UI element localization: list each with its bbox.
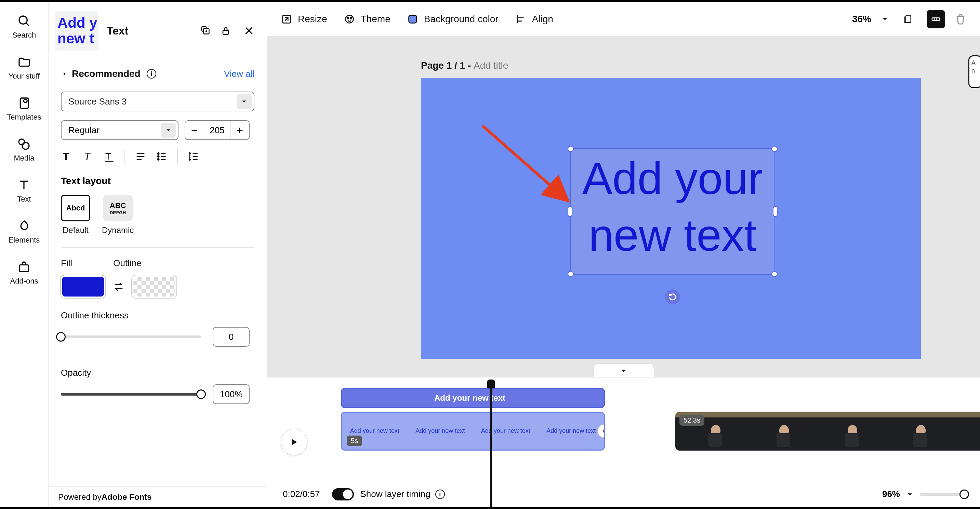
underline-icon[interactable]: T bbox=[103, 151, 115, 162]
right-panel-peek[interactable]: An bbox=[968, 55, 980, 88]
svg-point-0 bbox=[19, 16, 27, 24]
page-indicator[interactable]: Page 1 / 1 - Add title bbox=[421, 60, 508, 71]
svg-text:T: T bbox=[63, 151, 69, 162]
font-size-stepper[interactable]: − + bbox=[185, 120, 250, 140]
duplicate-icon[interactable] bbox=[200, 25, 211, 36]
annotation-arrow bbox=[479, 122, 582, 211]
outline-thickness-value[interactable]: 0 bbox=[213, 327, 250, 347]
svg-line-36 bbox=[482, 126, 568, 201]
selected-thumb: Add y new t bbox=[55, 11, 99, 51]
align-tb-icon bbox=[515, 13, 527, 25]
timeline: Add your new text Add your new text Add … bbox=[267, 377, 980, 507]
theme-button[interactable]: Theme bbox=[344, 13, 390, 25]
resize-handle[interactable] bbox=[568, 271, 574, 277]
pages-button[interactable] bbox=[899, 10, 917, 29]
svg-point-15 bbox=[158, 153, 159, 154]
close-icon[interactable] bbox=[243, 25, 255, 36]
search-icon bbox=[18, 14, 31, 28]
nav-elements[interactable]: Elements bbox=[8, 219, 40, 244]
chevron-down-icon bbox=[241, 98, 248, 105]
collapse-timeline-tab[interactable] bbox=[593, 363, 654, 377]
panel-footer: Powered by Adobe Fonts bbox=[49, 487, 267, 507]
nav-label: Search bbox=[12, 31, 36, 40]
play-button[interactable] bbox=[281, 429, 307, 455]
layer-timing-label: Show layer timing bbox=[360, 489, 430, 499]
font-family-select[interactable]: Source Sans 3 bbox=[61, 92, 255, 111]
bold-icon[interactable]: T bbox=[61, 151, 73, 162]
chevron-down-icon bbox=[619, 366, 628, 376]
canvas-area[interactable]: Page 1 / 1 - Add title Add your new text bbox=[267, 36, 980, 377]
nav-search[interactable]: Search bbox=[12, 14, 36, 40]
font-size-input[interactable] bbox=[204, 121, 231, 140]
layout-dynamic[interactable]: ABCDEFGH Dynamic bbox=[102, 195, 134, 235]
reset-button[interactable] bbox=[665, 289, 680, 304]
nav-your-stuff[interactable]: Your stuff bbox=[8, 55, 40, 81]
recommended-toggle[interactable]: Recommended i bbox=[61, 68, 156, 79]
timeline-zoom-slider[interactable] bbox=[920, 493, 964, 496]
playhead[interactable] bbox=[490, 382, 492, 509]
theme-icon bbox=[344, 13, 355, 25]
trash-icon[interactable] bbox=[955, 13, 966, 25]
opacity-value[interactable]: 100% bbox=[213, 384, 250, 404]
video-duration-badge: 52.3s bbox=[679, 415, 705, 426]
outline-swatch[interactable] bbox=[132, 275, 177, 298]
svg-text:T: T bbox=[105, 151, 111, 162]
nav-label: Your stuff bbox=[8, 72, 40, 81]
resize-handle[interactable] bbox=[772, 271, 778, 277]
layer-timing-toggle[interactable] bbox=[332, 488, 354, 501]
resize-button[interactable]: Resize bbox=[281, 13, 327, 25]
text-layout-heading: Text layout bbox=[61, 176, 255, 187]
folder-icon bbox=[18, 55, 31, 69]
nav-addons[interactable]: Add-ons bbox=[10, 260, 38, 285]
swap-icon[interactable] bbox=[113, 281, 124, 292]
nav-templates[interactable]: Templates bbox=[7, 96, 41, 122]
info-icon[interactable]: i bbox=[435, 490, 445, 499]
text-panel: Add y new t Text Recommended i View all bbox=[49, 2, 267, 507]
nav-media[interactable]: Media bbox=[14, 137, 35, 163]
resize-handle[interactable] bbox=[568, 206, 573, 217]
increase-button[interactable]: + bbox=[231, 121, 249, 140]
align-icon[interactable] bbox=[135, 151, 146, 162]
nav-label: Add-ons bbox=[10, 277, 38, 285]
text-element[interactable]: Add your new text bbox=[571, 149, 775, 274]
text-layer-track[interactable]: Add your new text bbox=[341, 388, 605, 408]
decrease-button[interactable]: − bbox=[185, 121, 204, 140]
outline-thickness-slider[interactable] bbox=[61, 335, 201, 338]
chevron-right-icon bbox=[61, 70, 68, 78]
timeline-zoom-value[interactable]: 96% bbox=[882, 489, 900, 499]
svg-rect-33 bbox=[932, 18, 940, 21]
text-icon bbox=[17, 178, 31, 192]
resize-handle[interactable] bbox=[773, 206, 778, 217]
lock-icon[interactable] bbox=[220, 25, 231, 36]
bgcolor-button[interactable]: Background color bbox=[407, 13, 498, 25]
align-button[interactable]: Align bbox=[515, 13, 553, 25]
transition-button[interactable] bbox=[597, 424, 605, 438]
resize-handle[interactable] bbox=[568, 146, 574, 152]
canvas[interactable]: Add your new text bbox=[421, 78, 921, 359]
list-icon[interactable] bbox=[156, 151, 167, 162]
svg-point-16 bbox=[158, 156, 159, 157]
panel-title: Text bbox=[107, 25, 128, 37]
scene-track[interactable]: Add your new text Add your new text Add … bbox=[341, 412, 605, 450]
italic-icon[interactable]: T bbox=[82, 151, 94, 162]
view-all-link[interactable]: View all bbox=[224, 69, 255, 79]
nav-text[interactable]: Text bbox=[17, 178, 31, 204]
layout-default[interactable]: Abcd Default bbox=[61, 195, 90, 235]
svg-rect-5 bbox=[19, 265, 29, 271]
svg-point-4 bbox=[22, 143, 29, 149]
outline-thickness-label: Outline thickness bbox=[61, 310, 255, 321]
media-icon bbox=[17, 137, 31, 151]
opacity-label: Opacity bbox=[61, 368, 255, 378]
info-icon[interactable]: i bbox=[147, 69, 156, 79]
font-style-select[interactable]: Regular bbox=[61, 120, 178, 140]
opacity-slider[interactable] bbox=[61, 393, 201, 396]
fill-swatch[interactable] bbox=[61, 275, 105, 298]
video-track[interactable]: 52.3s bbox=[675, 412, 980, 450]
resize-handle[interactable] bbox=[772, 146, 778, 152]
timeline-toggle-button[interactable] bbox=[927, 10, 945, 29]
chevron-down-icon[interactable] bbox=[906, 490, 914, 498]
resize-icon bbox=[281, 13, 292, 25]
chevron-down-icon[interactable] bbox=[881, 15, 889, 23]
zoom-value[interactable]: 36% bbox=[852, 14, 871, 25]
line-spacing-icon[interactable] bbox=[188, 151, 199, 162]
